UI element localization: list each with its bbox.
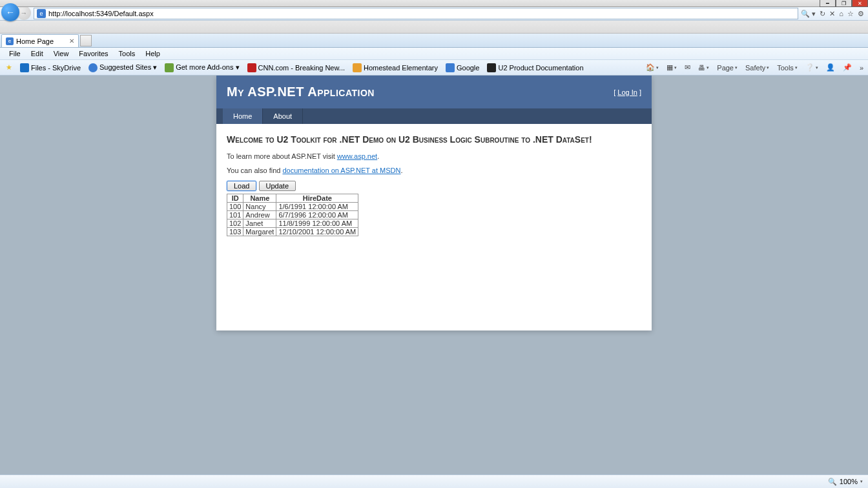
cmd-feeds-icon[interactable]: ▦▾ bbox=[665, 63, 679, 72]
col-hiredate: HireDate bbox=[276, 194, 358, 203]
address-bar-tools: 🔍 ▾ ↻ ✕ ⌂ ☆ ⚙ bbox=[801, 10, 864, 18]
menu-help[interactable]: Help bbox=[140, 48, 165, 59]
page-header: My ASP.NET Application [ Log In ] bbox=[216, 76, 652, 108]
cmd-home-icon[interactable]: 🏠▾ bbox=[644, 63, 661, 72]
home-icon[interactable]: ⌂ bbox=[839, 10, 843, 17]
favorites-add-icon[interactable]: ★ bbox=[3, 62, 16, 73]
cmd-safety[interactable]: Safety▾ bbox=[743, 64, 771, 72]
cell-id: 103 bbox=[227, 228, 243, 236]
new-tab-button[interactable] bbox=[80, 35, 92, 46]
address-bar-row: ← → e http://localhost:5349/Default.aspx… bbox=[0, 7, 868, 21]
external-toolbar bbox=[0, 21, 868, 34]
menu-edit[interactable]: Edit bbox=[26, 48, 48, 59]
zoom-value: 100% bbox=[840, 478, 858, 485]
cmd-print-icon[interactable]: 🖶▾ bbox=[696, 64, 711, 72]
zoom-icon: 🔍 bbox=[828, 478, 837, 486]
favorites-star-icon[interactable]: ☆ bbox=[847, 10, 854, 18]
page-nav: Home About bbox=[216, 108, 652, 124]
table-row: 101Andrew6/7/1996 12:00:00 AM bbox=[227, 211, 358, 219]
cmd-pin-icon[interactable]: 📌 bbox=[841, 63, 854, 72]
back-button[interactable]: ← bbox=[1, 3, 19, 21]
stop-icon[interactable]: ✕ bbox=[829, 10, 835, 18]
fav-cnn[interactable]: CNN.com - Breaking New... bbox=[244, 62, 348, 74]
table-row: 102Janet11/8/1999 12:00:00 AM bbox=[227, 219, 358, 228]
cell-name: Nancy bbox=[243, 203, 276, 211]
msdn-link[interactable]: documentation on ASP.NET at MSDN bbox=[282, 167, 400, 174]
window-minimize-button[interactable]: ━ bbox=[820, 0, 836, 7]
load-button[interactable]: Load bbox=[227, 181, 256, 191]
fav-suggested[interactable]: Suggested Sites ▾ bbox=[85, 62, 160, 74]
page-container: My ASP.NET Application [ Log In ] Home A… bbox=[216, 76, 652, 330]
window-close-button[interactable]: ✕ bbox=[852, 0, 868, 7]
cmd-tools[interactable]: Tools▾ bbox=[775, 64, 800, 72]
url-text: http://localhost:5349/Default.aspx bbox=[48, 10, 154, 17]
menu-bar: File Edit View Favorites Tools Help bbox=[0, 48, 868, 60]
update-button[interactable]: Update bbox=[259, 181, 296, 191]
cmd-help-icon[interactable]: ❔▾ bbox=[803, 63, 820, 72]
fav-addons[interactable]: Get more Add-ons ▾ bbox=[161, 62, 242, 74]
tab-title: Home Page bbox=[16, 37, 54, 45]
settings-gear-icon[interactable]: ⚙ bbox=[858, 10, 864, 18]
ie-page-icon: e bbox=[37, 9, 46, 18]
fav-google[interactable]: Google bbox=[442, 62, 482, 74]
action-buttons: Load Update bbox=[227, 181, 641, 191]
menu-tools[interactable]: Tools bbox=[114, 48, 141, 59]
cell-name: Margaret bbox=[243, 228, 276, 236]
fav-u2[interactable]: U2 Product Documentation bbox=[484, 62, 586, 74]
table-header-row: ID Name HireDate bbox=[227, 194, 358, 203]
search-icon[interactable]: 🔍 ▾ bbox=[801, 10, 816, 18]
cell-id: 102 bbox=[227, 219, 243, 228]
page-content: Welcome to U2 Toolkit for .NET Demo on U… bbox=[216, 124, 652, 330]
login-link[interactable]: Log In bbox=[617, 88, 637, 96]
favorites-bar: ★ Files - SkyDrive Suggested Sites ▾ Get… bbox=[0, 60, 868, 76]
col-name: Name bbox=[243, 194, 276, 203]
doc-line: You can also find documentation on ASP.N… bbox=[227, 167, 641, 174]
menu-favorites[interactable]: Favorites bbox=[74, 48, 113, 59]
zoom-dropdown-icon[interactable]: ▾ bbox=[860, 479, 863, 484]
cell-id: 101 bbox=[227, 211, 243, 219]
browser-tab[interactable]: e Home Page ✕ bbox=[1, 34, 79, 47]
tab-close-icon[interactable]: ✕ bbox=[69, 37, 74, 45]
col-id: ID bbox=[227, 194, 243, 203]
window-title-bar: ━ ❐ ✕ bbox=[0, 0, 868, 7]
login-box: [ Log In ] bbox=[614, 88, 641, 96]
data-table: ID Name HireDate 100Nancy1/6/1991 12:00:… bbox=[227, 194, 358, 236]
menu-view[interactable]: View bbox=[48, 48, 74, 59]
cell-hire: 6/7/1996 12:00:00 AM bbox=[276, 211, 358, 219]
learn-line: To learn more about ASP.NET visit www.as… bbox=[227, 152, 641, 160]
tab-favicon-icon: e bbox=[6, 37, 14, 45]
tab-bar: e Home Page ✕ bbox=[0, 34, 868, 48]
menu-file[interactable]: File bbox=[4, 48, 26, 59]
cell-hire: 12/10/2001 12:00:00 AM bbox=[276, 228, 358, 236]
fav-homestead[interactable]: Homestead Elementary bbox=[349, 62, 441, 74]
nav-about[interactable]: About bbox=[263, 108, 303, 124]
nav-home[interactable]: Home bbox=[223, 108, 263, 124]
app-title: My ASP.NET Application bbox=[227, 85, 375, 99]
address-bar[interactable]: e http://localhost:5349/Default.aspx bbox=[34, 8, 798, 19]
table-row: 103Margaret12/10/2001 12:00:00 AM bbox=[227, 228, 358, 236]
page-heading: Welcome to U2 Toolkit for .NET Demo on U… bbox=[227, 134, 641, 145]
cell-id: 100 bbox=[227, 203, 243, 211]
refresh-icon[interactable]: ↻ bbox=[820, 10, 825, 18]
cmd-more-icon[interactable]: » bbox=[858, 64, 865, 72]
cmd-mail-icon[interactable]: ✉ bbox=[683, 63, 692, 72]
cell-name: Janet bbox=[243, 219, 276, 228]
fav-skydrive[interactable]: Files - SkyDrive bbox=[17, 62, 84, 74]
cell-hire: 1/6/1991 12:00:00 AM bbox=[276, 203, 358, 211]
table-row: 100Nancy1/6/1991 12:00:00 AM bbox=[227, 203, 358, 211]
page-viewport: My ASP.NET Application [ Log In ] Home A… bbox=[0, 76, 868, 474]
aspnet-link[interactable]: www.asp.net bbox=[337, 152, 377, 160]
cmd-page[interactable]: Page▾ bbox=[715, 64, 739, 72]
window-maximize-button[interactable]: ❐ bbox=[836, 0, 852, 7]
cmd-user-icon[interactable]: 👤 bbox=[824, 63, 837, 72]
cell-name: Andrew bbox=[243, 211, 276, 219]
cell-hire: 11/8/1999 12:00:00 AM bbox=[276, 219, 358, 228]
status-bar: 🔍 100% ▾ bbox=[0, 474, 868, 488]
zoom-control[interactable]: 🔍 100% ▾ bbox=[828, 478, 863, 486]
